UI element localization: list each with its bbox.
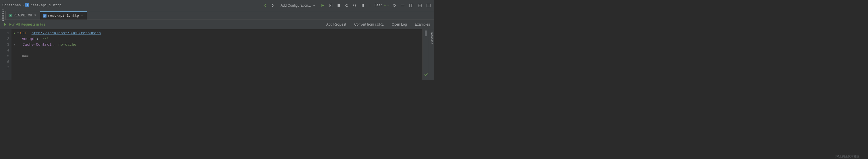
- code-line-1: ▶ ▼ GET http://localhost:8080/resources: [14, 30, 420, 36]
- toolbar: Run All Requests in File Add Request Con…: [0, 20, 434, 29]
- editor-content[interactable]: ▶ ▼ GET http://localhost:8080/resources …: [11, 29, 423, 80]
- run-all-button[interactable]: Run All Requests in File: [2, 22, 47, 27]
- revert-icon[interactable]: [392, 3, 397, 8]
- right-gutter: [423, 29, 429, 80]
- database-sidebar-label[interactable]: Database: [430, 30, 434, 45]
- pushpull-icon[interactable]: [400, 3, 406, 8]
- code-line-4: [14, 48, 420, 53]
- pause-icon[interactable]: [360, 3, 366, 8]
- scrollbar-thumb[interactable]: [425, 30, 427, 36]
- svg-rect-8: [363, 4, 364, 7]
- tab-rest-api[interactable]: HTTP rest-api_1.http ×: [40, 11, 87, 20]
- project-sidebar-toggle[interactable]: Project: [0, 11, 6, 20]
- project-label: Project: [1, 9, 4, 22]
- header-accept-key: Accept: [22, 36, 35, 42]
- file-icon-title: H: [25, 3, 29, 8]
- svg-rect-13: [427, 4, 430, 7]
- examples-label: Examples: [415, 22, 430, 26]
- fold-line-1-icon[interactable]: ▼: [17, 30, 19, 36]
- git-label: Git:: [375, 3, 383, 7]
- svg-text:HTTP: HTTP: [43, 15, 46, 17]
- line-num-4: 4: [0, 48, 9, 53]
- svg-marker-2: [321, 4, 324, 7]
- svg-rect-11: [418, 4, 422, 7]
- split-editor-icon[interactable]: [408, 3, 414, 8]
- separator-comment: ###: [22, 53, 28, 59]
- header-accept-value: */*: [42, 36, 49, 42]
- code-line-3: ▼ Cache-Control : no-cache: [14, 42, 420, 48]
- tabs-bar: Project M README.md × HTTP rest-api_1.ht…: [0, 11, 434, 20]
- maximize-icon[interactable]: [425, 3, 432, 8]
- open-log-label: Open Log: [392, 22, 407, 26]
- rest-api-icon: HTTP: [43, 14, 46, 18]
- back-icon[interactable]: [262, 3, 268, 8]
- examples-button[interactable]: Examples: [413, 22, 432, 27]
- svg-rect-4: [338, 4, 340, 7]
- forward-icon[interactable]: [270, 3, 276, 8]
- checkmark-status: [424, 73, 428, 78]
- minimize-icon[interactable]: [417, 3, 423, 8]
- header-accept-sep: :: [36, 36, 41, 42]
- fold-line-3-icon[interactable]: ▼: [14, 42, 15, 48]
- line-num-3: 3: [0, 42, 9, 48]
- svg-text:M: M: [10, 15, 11, 17]
- code-line-7: [14, 65, 420, 71]
- title-bar-right: Add Configuration... | Git: ✎ ✓: [262, 3, 432, 8]
- add-config-label: Add Configuration...: [280, 3, 311, 7]
- open-log-button[interactable]: Open Log: [390, 22, 409, 27]
- git-check-icon: ✓: [387, 3, 389, 8]
- empty-line-7: [14, 65, 16, 71]
- debug-icon[interactable]: [328, 3, 334, 8]
- tab-readme-label: README.md: [13, 14, 32, 18]
- file-name-label: rest-api_1.http: [30, 3, 61, 7]
- tab-readme-close[interactable]: ×: [34, 14, 37, 17]
- run-line-1-icon[interactable]: ▶: [14, 30, 16, 36]
- right-panel-sidebar: Database: [429, 29, 434, 80]
- convert-curl-label: Convert from cURL: [354, 22, 384, 26]
- http-method: GET: [20, 30, 27, 36]
- convert-curl-button[interactable]: Convert from cURL: [352, 22, 385, 27]
- svg-text:H: H: [27, 4, 28, 6]
- header-cache-sep: :: [53, 42, 57, 48]
- header-cache-value: no-cache: [58, 42, 76, 48]
- tab-rest-api-label: rest-api_1.http: [48, 14, 79, 18]
- tab-readme[interactable]: M README.md ×: [6, 11, 40, 20]
- request-url: http://localhost:8080/resources: [32, 30, 101, 36]
- code-line-6: [14, 59, 420, 65]
- run-icon[interactable]: [320, 3, 326, 8]
- title-bar: Scratches › H rest-api_1.http Add Config…: [0, 0, 434, 11]
- scratches-label[interactable]: Scratches: [2, 3, 21, 7]
- line-numbers: 1 2 3 4 5 6 7: [0, 29, 11, 80]
- header-cache-key: Cache-Control: [22, 42, 51, 48]
- svg-rect-7: [362, 4, 363, 7]
- git-status: Git: ✎ ✓: [375, 3, 389, 8]
- breadcrumb: Scratches › H rest-api_1.http: [2, 3, 61, 8]
- tab-rest-api-close[interactable]: ×: [81, 14, 84, 18]
- line-num-1: 1: [0, 30, 9, 36]
- line-num-5: 5: [0, 53, 9, 59]
- empty-line-4: [14, 48, 16, 53]
- run-all-icon: [4, 23, 6, 26]
- url-space: [28, 30, 30, 36]
- svg-line-6: [355, 6, 356, 7]
- line-num-7: 7: [0, 65, 9, 71]
- empty-line-6: [14, 59, 16, 65]
- breadcrumb-separator: ›: [22, 3, 24, 7]
- search-icon[interactable]: [352, 3, 358, 8]
- title-bar-actions: [262, 3, 276, 8]
- git-pencil-icon: ✎: [384, 3, 386, 8]
- reload-icon[interactable]: [344, 3, 350, 8]
- code-line-2: Accept : */*: [14, 36, 420, 42]
- code-line-5: ###: [14, 53, 420, 59]
- add-request-label: Add Request: [327, 22, 346, 26]
- title-bar-left: Scratches › H rest-api_1.http: [2, 3, 61, 8]
- line-num-6: 6: [0, 59, 9, 65]
- add-request-button[interactable]: Add Request: [324, 22, 348, 27]
- separator1: |: [369, 3, 371, 7]
- add-configuration-button[interactable]: Add Configuration...: [278, 3, 317, 8]
- run-all-label: Run All Requests in File: [9, 22, 45, 26]
- stop-icon[interactable]: [336, 3, 342, 8]
- toolbar-right: Add Request Convert from cURL Open Log E…: [324, 22, 432, 27]
- readme-icon: M: [9, 14, 12, 17]
- svg-point-5: [353, 4, 355, 6]
